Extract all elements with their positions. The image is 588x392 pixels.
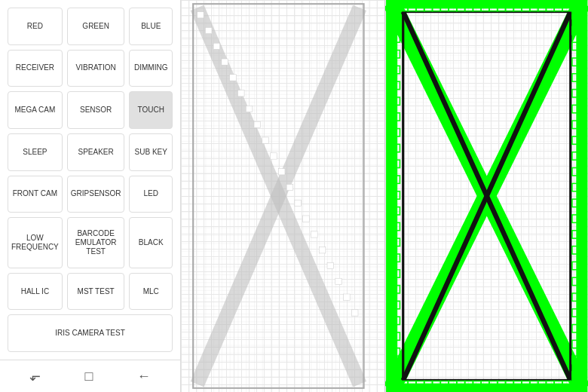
canvas-right xyxy=(385,0,589,392)
btn-receiver[interactable]: RECEIVER xyxy=(8,50,63,87)
btn-sleep[interactable]: SLEEP xyxy=(8,133,63,171)
svg-rect-11 xyxy=(254,121,261,127)
btn-mega-cam[interactable]: MEGA CAM xyxy=(8,91,63,129)
btn-gripsensor[interactable]: GRIPSENSOR xyxy=(67,176,125,213)
svg-rect-8 xyxy=(230,75,237,81)
btn-mst-test[interactable]: MST TEST xyxy=(67,273,125,311)
svg-rect-4 xyxy=(198,12,204,18)
svg-rect-13 xyxy=(271,153,277,159)
canvas-left xyxy=(181,0,385,392)
touch-pattern-right xyxy=(385,0,589,392)
svg-rect-14 xyxy=(278,169,285,175)
svg-rect-20 xyxy=(327,262,334,268)
btn-hall-ic[interactable]: HALL IC xyxy=(8,273,63,311)
svg-rect-22 xyxy=(344,294,351,300)
btn-green[interactable]: GREEN xyxy=(67,8,125,45)
nav-return-icon[interactable]: ← xyxy=(137,369,151,384)
btn-dimming[interactable]: DIMMING xyxy=(129,50,173,87)
nav-home-icon[interactable]: □ xyxy=(85,369,93,384)
btn-black[interactable]: BLACK xyxy=(129,217,173,268)
btn-vibration[interactable]: VIBRATION xyxy=(67,50,125,87)
svg-rect-21 xyxy=(335,278,342,284)
btn-sensor[interactable]: SENSOR xyxy=(67,91,125,129)
svg-rect-18 xyxy=(311,231,317,237)
btn-front-cam[interactable]: FRONT CAM xyxy=(8,176,63,213)
button-grid: RED GREEN BLUE RECEIVER VIBRATION DIMMIN… xyxy=(0,0,180,360)
svg-rect-9 xyxy=(237,90,244,96)
touch-pattern-left xyxy=(181,0,384,392)
svg-rect-15 xyxy=(286,184,293,190)
btn-red[interactable]: RED xyxy=(8,8,63,45)
svg-rect-12 xyxy=(262,137,269,143)
svg-rect-10 xyxy=(246,106,253,112)
btn-low-frequency[interactable]: LOW FREQUENCY xyxy=(8,217,63,268)
btn-touch[interactable]: TOUCH xyxy=(129,91,173,129)
svg-rect-19 xyxy=(319,247,326,253)
svg-rect-6 xyxy=(213,43,220,49)
left-panel: RED GREEN BLUE RECEIVER VIBRATION DIMMIN… xyxy=(0,0,181,392)
btn-mlc[interactable]: MLC xyxy=(129,273,173,311)
svg-rect-23 xyxy=(351,310,358,316)
nav-back-icon[interactable]: ⬐ xyxy=(29,368,41,384)
svg-rect-5 xyxy=(205,27,212,33)
btn-speaker[interactable]: SPEAKER xyxy=(67,133,125,171)
svg-rect-16 xyxy=(295,200,302,206)
btn-blue[interactable]: BLUE xyxy=(129,8,173,45)
bottom-navigation: ⬐ □ ← xyxy=(0,360,180,392)
btn-led[interactable]: LED xyxy=(129,176,173,213)
svg-rect-17 xyxy=(303,216,310,222)
btn-barcode[interactable]: BARCODE EMULATOR TEST xyxy=(67,217,125,268)
btn-sub-key[interactable]: SUB KEY xyxy=(129,133,173,171)
btn-iris-camera[interactable]: IRIS CAMERA TEST xyxy=(8,314,173,352)
svg-rect-7 xyxy=(222,59,228,65)
right-panel xyxy=(181,0,588,392)
